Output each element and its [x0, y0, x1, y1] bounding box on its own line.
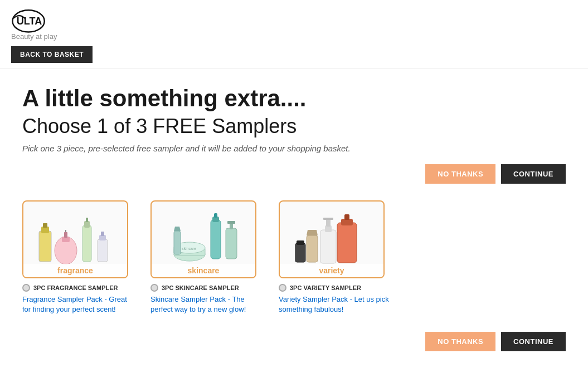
bottom-actions: NO THANKS CONTINUE: [22, 332, 566, 362]
continue-button-top[interactable]: CONTINUE: [501, 164, 566, 184]
top-actions: NO THANKS CONTINUE: [22, 164, 566, 184]
skincare-description: Skincare Sampler Pack - The perfect way …: [150, 294, 262, 315]
svg-rect-12: [98, 239, 108, 262]
svg-marker-34: [307, 230, 318, 235]
continue-button-bottom[interactable]: CONTINUE: [501, 332, 566, 351]
fragrance-radio[interactable]: [22, 284, 30, 292]
svg-rect-27: [337, 223, 357, 263]
svg-rect-4: [43, 223, 47, 228]
sub-headline: Choose 1 of 3 FREE Samplers: [22, 115, 566, 138]
svg-rect-9: [82, 225, 91, 262]
main-headline: A little something extra....: [22, 86, 566, 111]
ulta-logo: ULTA: [11, 8, 61, 33]
svg-rect-35: [295, 243, 305, 262]
skincare-title: 3PC SKINCARE SAMPLER: [162, 284, 239, 291]
fragrance-description: Fragrance Sampler Pack - Great for findi…: [22, 294, 134, 315]
svg-rect-7: [64, 232, 67, 238]
svg-rect-25: [174, 231, 181, 254]
samplers-grid: fragrance 3PC FRAGRANCE SAMPLER Fragranc…: [22, 200, 566, 315]
skincare-illustration: skincare: [162, 209, 245, 270]
svg-rect-37: [326, 219, 331, 227]
svg-text:skincare: skincare: [182, 247, 196, 251]
sampler-card-fragrance: fragrance 3PC FRAGRANCE SAMPLER Fragranc…: [22, 200, 134, 315]
svg-rect-30: [320, 230, 336, 263]
svg-rect-33: [307, 235, 318, 262]
sampler-card-skincare: skincare skincare 3PC SKINCARE: [150, 200, 262, 315]
logo-container: ULTA Beauty at play: [11, 8, 61, 41]
skincare-label: skincare: [152, 264, 255, 277]
no-thanks-button-bottom[interactable]: NO THANKS: [425, 332, 495, 351]
variety-title-row: 3PC VARIETY SAMPLER: [279, 284, 390, 292]
svg-rect-36: [297, 240, 304, 245]
description-text: Pick one 3 piece, pre-selected free samp…: [22, 144, 566, 153]
svg-rect-11: [86, 218, 88, 222]
fragrance-illustration: [33, 209, 117, 270]
fragrance-title: 3PC FRAGRANCE SAMPLER: [33, 284, 118, 291]
svg-rect-22: [226, 228, 237, 259]
variety-title: 3PC VARIETY SAMPLER: [290, 284, 361, 291]
no-thanks-button-top[interactable]: NO THANKS: [425, 164, 495, 184]
svg-rect-21: [214, 213, 217, 218]
main-content: A little something extra.... Choose 1 of…: [0, 69, 588, 379]
svg-rect-29: [344, 214, 349, 220]
variety-image-box[interactable]: variety: [279, 200, 385, 278]
fragrance-image-box[interactable]: fragrance: [22, 200, 128, 278]
fragrance-label: fragrance: [23, 264, 127, 277]
variety-label: variety: [280, 264, 383, 277]
sampler-card-variety: variety 3PC VARIETY SAMPLER Variety Samp…: [279, 200, 390, 315]
fragrance-title-row: 3PC FRAGRANCE SAMPLER: [22, 284, 134, 292]
svg-text:ULTA: ULTA: [17, 16, 42, 27]
svg-rect-14: [101, 232, 104, 236]
variety-radio[interactable]: [279, 284, 286, 292]
svg-rect-19: [211, 220, 221, 259]
tagline: Beauty at play: [11, 32, 57, 41]
skincare-radio[interactable]: [150, 284, 158, 292]
variety-description: Variety Sampler Pack - Let us pick somet…: [279, 294, 390, 315]
variety-illustration: [290, 209, 373, 270]
svg-rect-38: [323, 218, 333, 220]
back-to-basket-button[interactable]: BACK TO BASKET: [11, 46, 93, 63]
skincare-title-row: 3PC SKINCARE SAMPLER: [150, 284, 262, 292]
page-header: ULTA Beauty at play BACK TO BASKET: [0, 0, 588, 69]
svg-marker-26: [174, 227, 181, 231]
svg-rect-24: [227, 221, 235, 224]
svg-rect-2: [39, 231, 51, 262]
skincare-image-box[interactable]: skincare skincare: [150, 200, 256, 278]
